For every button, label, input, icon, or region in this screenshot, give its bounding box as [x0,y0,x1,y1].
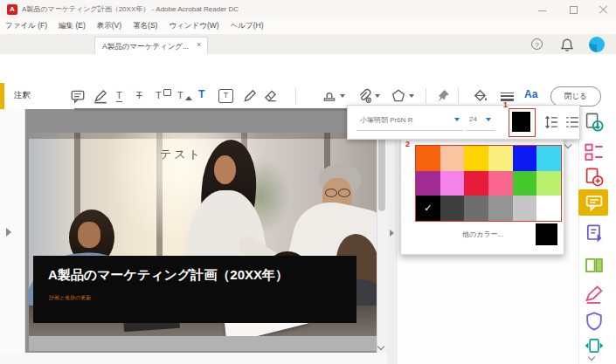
title-bar: A A製品のマーケティング計画（20XX年） - Adobe Acrobat R… [0,0,616,18]
pin-keep-tool-icon[interactable] [435,88,451,104]
stamp-dropdown-caret-icon[interactable] [340,94,345,98]
protect-icon[interactable] [583,311,606,332]
photo-person-man-left-face [78,222,100,248]
stamp-icon[interactable] [322,88,337,104]
text-annotation[interactable]: テスト [160,147,203,162]
font-family-caret-icon[interactable] [454,118,460,121]
user-avatar[interactable] [589,37,605,52]
color-swatch[interactable] [488,171,513,196]
color-swatch[interactable] [536,171,561,196]
photo-person-woman-face [214,155,236,184]
font-properties-popup: 小塚明朝 Pr6N R 24 1 [347,105,580,140]
strikethrough-text-icon[interactable]: T [136,89,142,101]
font-family-underline [356,130,463,131]
color-palette-grid: ✓ [415,145,562,222]
color-swatch[interactable] [440,146,465,171]
color-swatch[interactable] [488,146,513,171]
close-button[interactable] [599,5,608,14]
acrobat-reader-window: A A製品のマーケティング計画（20XX年） - Adobe Acrobat R… [0,0,616,364]
font-family-select[interactable]: 小塚明朝 Pr6N R [360,115,412,125]
color-swatch[interactable]: ✓ [416,196,440,221]
font-size-select[interactable]: 24 [469,115,477,123]
menu-sign[interactable]: 署名(S) [133,21,157,31]
list-format-icon[interactable] [564,114,580,130]
menu-view[interactable]: 表示(V) [97,21,121,31]
right-pane-strip [387,109,398,364]
color-swatch[interactable] [488,196,513,221]
other-colors-link[interactable]: 他のカラー... [462,230,503,239]
divider [458,88,459,104]
text-properties-button[interactable]: Aa [524,88,537,100]
window-bottom-strip [0,353,387,364]
comment-tool-icon[interactable] [583,192,606,213]
share-for-review-icon[interactable] [583,223,606,244]
color-picker-popup: 2 ✓ 他のカラー... [400,136,564,255]
fill-color-bucket-icon[interactable] [473,88,488,104]
shapes-icon[interactable] [391,88,406,104]
menu-edit[interactable]: 編集 (E) [59,21,86,31]
notifications-bell-icon[interactable] [559,38,575,53]
insert-text-icon[interactable]: T [177,89,183,101]
annotation-toolbar-title: 注釈 [14,90,31,101]
shapes-dropdown-caret-icon[interactable] [409,94,414,98]
photo-glasses-icon [338,189,350,197]
maximize-button[interactable] [570,6,578,14]
annotation-accent-bar [0,83,4,109]
more-tools-chevron-icon[interactable] [589,354,596,361]
color-swatch[interactable] [513,146,537,171]
attachment-icon[interactable] [356,88,372,104]
draw-pencil-icon[interactable] [242,88,258,104]
slide-title: A製品のマーケティング計画（20XX年） [48,267,288,284]
menu-window[interactable]: ウィンドウ(W) [169,21,218,31]
menu-help[interactable]: ヘルプ(H) [231,21,264,31]
attachment-dropdown-caret-icon[interactable] [375,94,380,98]
navigation-pane-expander-icon[interactable] [6,228,11,237]
photo-glasses-icon [325,189,337,197]
create-pdf-icon[interactable] [583,167,606,188]
navigation-pane-collapsed [0,109,25,364]
text-box-icon[interactable]: T [218,89,233,103]
tab-document[interactable]: A製品のマーケティング... [94,37,208,54]
color-swatch[interactable] [536,196,561,221]
font-size-underline [466,130,495,131]
color-swatch[interactable] [513,196,537,221]
slide-title-banner: A製品のマーケティング計画（20XX年） 計画と進捗の更新 [33,256,356,323]
font-size-caret-icon[interactable] [486,118,491,121]
color-swatch[interactable] [440,171,465,196]
compress-pdf-icon[interactable] [583,335,606,356]
minimize-button[interactable] [538,10,546,11]
color-swatch[interactable] [464,196,488,221]
color-swatch[interactable] [536,146,561,171]
font-color-swatch[interactable] [512,112,530,132]
replace-text-icon[interactable]: T [156,89,162,101]
help-icon[interactable]: ? [531,38,543,50]
tab-close-icon[interactable]: × [197,40,201,49]
current-color-preview [536,223,557,245]
highlight-text-icon[interactable] [93,88,108,104]
scroll-down-chevron-icon[interactable] [378,344,385,351]
eraser-icon[interactable] [263,88,279,104]
color-swatch[interactable] [464,146,488,171]
line-spacing-icon[interactable] [543,114,559,130]
divider [426,88,426,104]
color-swatch[interactable] [464,171,488,196]
tutorial-marker-1: 1 [503,100,508,109]
close-annotation-button[interactable]: 閉じる [550,86,601,106]
color-swatch[interactable] [513,171,537,196]
fill-sign-icon[interactable] [583,285,606,306]
text-box-glyph: T [224,91,229,100]
sticky-note-icon[interactable] [70,88,86,104]
color-swatch[interactable] [416,171,440,196]
pdf-page[interactable]: テスト A製品のマーケティング計画（20XX年） 計画と進捗の更新 [29,133,377,351]
menu-bar: ファイル (F) 編集 (E) 表示(V) 署名(S) ウィンドウ(W) ヘルプ… [0,18,616,34]
color-swatch[interactable] [440,196,465,221]
menu-file[interactable]: ファイル (F) [5,21,47,31]
export-pdf-icon[interactable] [583,112,606,133]
edit-pdf-icon[interactable] [583,255,606,276]
panel-scroll-chevron-icon[interactable] [565,142,572,149]
organize-pages-icon[interactable] [583,141,606,162]
underline-text-icon[interactable]: T [116,89,122,102]
add-text-comment-icon[interactable]: T [198,88,204,100]
color-swatch[interactable] [416,146,440,171]
tools-pane-expander-icon[interactable] [390,230,394,237]
